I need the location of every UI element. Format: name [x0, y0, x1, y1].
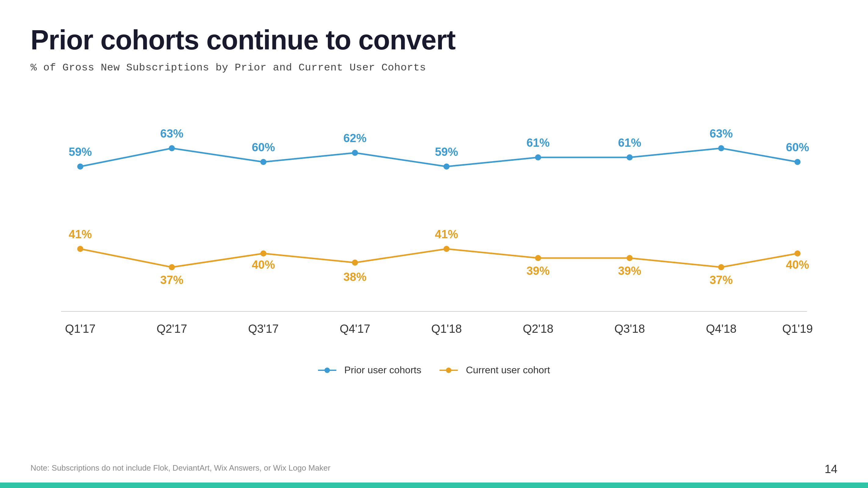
slide-title: Prior cohorts continue to convert: [31, 24, 837, 56]
footnote: Note: Subscriptions do not include Flok,…: [31, 463, 331, 473]
svg-text:37%: 37%: [160, 273, 183, 286]
svg-text:38%: 38%: [343, 270, 367, 283]
svg-text:60%: 60%: [786, 141, 809, 154]
current-dot-8: [718, 264, 724, 270]
svg-text:Q2'18: Q2'18: [523, 322, 553, 335]
legend-prior-label: Prior user cohorts: [344, 364, 422, 376]
svg-text:59%: 59%: [69, 145, 92, 158]
current-dot-9: [795, 251, 801, 257]
legend-current: Current user cohort: [439, 364, 550, 376]
svg-text:Q3'18: Q3'18: [614, 322, 645, 335]
prior-dot-4: [352, 150, 358, 156]
svg-text:60%: 60%: [252, 141, 275, 154]
current-dot-5: [443, 246, 450, 252]
svg-text:Q3'17: Q3'17: [248, 322, 279, 335]
svg-text:41%: 41%: [69, 228, 92, 241]
svg-text:Q2'17: Q2'17: [157, 322, 187, 335]
slide: Prior cohorts continue to convert % of G…: [0, 0, 868, 488]
svg-text:40%: 40%: [786, 258, 809, 271]
current-dot-1: [77, 246, 83, 252]
svg-text:Q1'17: Q1'17: [65, 322, 96, 335]
svg-point-29: [324, 367, 330, 373]
prior-dot-5: [443, 163, 450, 170]
svg-text:Q1'18: Q1'18: [431, 322, 462, 335]
svg-text:61%: 61%: [618, 136, 641, 149]
svg-text:Q4'17: Q4'17: [340, 322, 370, 335]
prior-dot-3: [260, 159, 267, 165]
svg-text:63%: 63%: [160, 127, 183, 140]
svg-point-31: [446, 367, 452, 373]
current-dot-7: [627, 255, 633, 261]
prior-dot-7: [627, 154, 633, 160]
current-cohort-line: [80, 249, 798, 267]
svg-text:39%: 39%: [618, 264, 641, 277]
prior-dot-9: [795, 159, 801, 165]
svg-text:Q4'18: Q4'18: [706, 322, 737, 335]
current-dot-4: [352, 260, 358, 266]
svg-text:39%: 39%: [526, 264, 550, 277]
svg-text:41%: 41%: [435, 228, 458, 241]
legend-current-label: Current user cohort: [466, 364, 550, 376]
chart-container: Q1'17 Q2'17 Q3'17 Q4'17 Q1'18 Q2'18 Q3'1…: [31, 86, 837, 376]
svg-text:62%: 62%: [343, 132, 367, 144]
prior-dot-2: [169, 145, 175, 151]
svg-text:63%: 63%: [710, 127, 733, 140]
current-dot-6: [535, 255, 541, 261]
chart-svg: Q1'17 Q2'17 Q3'17 Q4'17 Q1'18 Q2'18 Q3'1…: [31, 86, 837, 360]
svg-text:37%: 37%: [710, 273, 733, 286]
prior-dot-1: [77, 163, 83, 170]
prior-dot-8: [718, 145, 724, 151]
prior-dot-6: [535, 154, 541, 160]
chart-legend: Prior user cohorts Current user cohort: [31, 364, 837, 376]
legend-prior: Prior user cohorts: [318, 364, 422, 376]
svg-text:Q1'19: Q1'19: [782, 322, 813, 335]
page-number: 14: [825, 463, 837, 476]
svg-text:59%: 59%: [435, 145, 458, 158]
svg-text:61%: 61%: [526, 136, 550, 149]
slide-subtitle: % of Gross New Subscriptions by Prior an…: [31, 62, 837, 73]
current-dot-2: [169, 264, 175, 270]
svg-text:40%: 40%: [252, 258, 275, 271]
bottom-accent-bar: [0, 483, 868, 488]
current-dot-3: [260, 251, 267, 257]
